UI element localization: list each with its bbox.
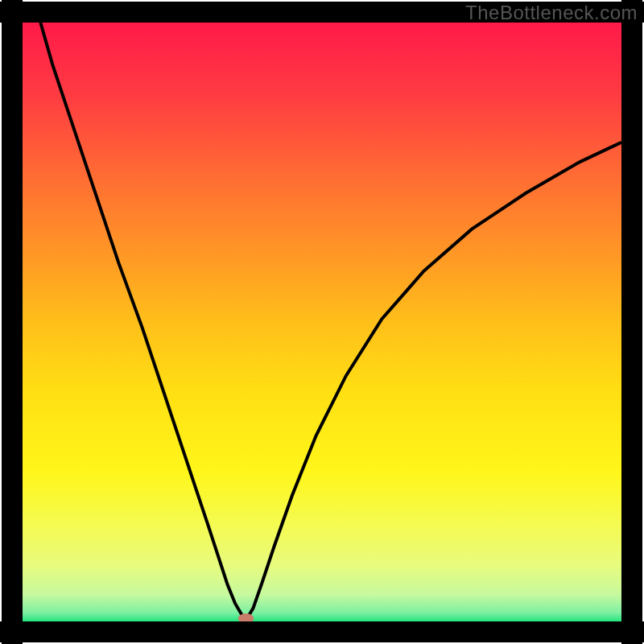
watermark-label: TheBottleneck.com bbox=[465, 2, 638, 24]
bottleneck-chart bbox=[0, 0, 644, 644]
plot-background bbox=[23, 23, 621, 621]
chart-container: TheBottleneck.com bbox=[0, 0, 644, 644]
